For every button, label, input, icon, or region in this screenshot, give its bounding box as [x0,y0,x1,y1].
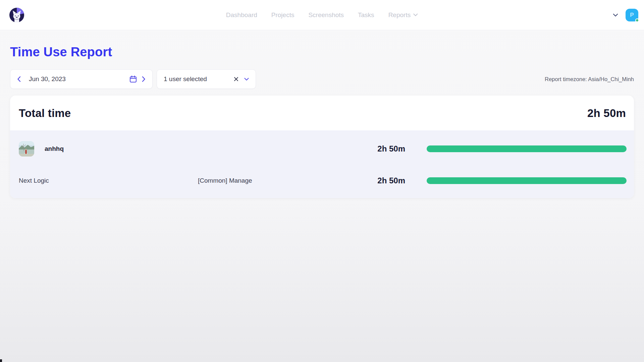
screen-corner-artifact [0,359,2,362]
user-name: anhhq [45,145,64,153]
calendar-icon [129,75,137,83]
report-timezone-label: Report timezone: Asia/Ho_Chi_Minh [545,76,634,82]
project-info: Next Logic [Common] Manage [19,177,355,184]
total-time-label: Total time [19,107,71,120]
nav-projects[interactable]: Projects [271,11,294,19]
user-filter-dropdown-button[interactable] [243,76,250,82]
next-day-button[interactable] [141,75,147,83]
date-picker: Jun 30, 2023 [10,69,153,89]
online-status-dot [635,18,639,22]
nav-dashboard[interactable]: Dashboard [226,11,257,19]
filter-bar: Jun 30, 2023 1 user selected Report tim [10,69,634,89]
chevron-down-icon [244,78,249,81]
avatar-initial: P [630,12,634,18]
nav-reports[interactable]: Reports [388,11,418,19]
close-icon [233,76,239,82]
chevron-left-icon [17,76,21,82]
time-bar [427,145,627,152]
user-filter-select[interactable]: 1 user selected [157,69,256,89]
chevron-down-icon [413,13,418,16]
nav-tasks[interactable]: Tasks [358,11,374,19]
prev-day-button[interactable] [16,75,22,83]
user-avatar[interactable]: P [626,9,638,21]
chevron-right-icon [142,76,146,82]
time-bar-track [427,177,627,184]
task-name: [Common] Manage [198,177,355,184]
app-logo-icon[interactable] [9,8,24,22]
card-header: Total time 2h 50m [10,96,634,130]
date-value[interactable]: Jun 30, 2023 [29,75,128,83]
top-navbar: Dashboard Projects Screenshots Tasks Rep… [0,0,644,30]
nav-screenshots[interactable]: Screenshots [308,11,344,19]
nav-screenshots-label: Screenshots [308,11,344,19]
main-nav: Dashboard Projects Screenshots Tasks Rep… [226,11,418,19]
page-content: Time Use Report Jun 30, 2023 1 user sele… [0,45,644,198]
account-menu-chevron-icon[interactable] [613,13,618,17]
user-photo-avatar [19,141,34,157]
user-filter-value: 1 user selected [164,75,232,83]
total-time-value: 2h 50m [587,107,626,120]
clear-user-filter-button[interactable] [232,75,240,83]
project-bar-cell [405,177,627,184]
page-title: Time Use Report [10,45,634,59]
user-time-value: 2h 50m [355,144,405,154]
nav-projects-label: Projects [271,11,294,19]
nav-tasks-label: Tasks [358,11,374,19]
total-time-card: Total time 2h 50m [10,96,634,198]
project-time-value: 2h 50m [355,176,405,185]
user-info: anhhq [19,141,355,157]
project-name: Next Logic [19,177,198,184]
navbar-right: P [613,9,638,21]
nav-dashboard-label: Dashboard [226,11,257,19]
nav-reports-label: Reports [388,11,411,19]
table-row: anhhq 2h 50m [19,141,627,157]
time-bar [427,177,627,184]
user-bar-cell [405,145,627,152]
card-body: anhhq 2h 50m Next Logic [Common] Manage … [10,130,634,198]
time-bar-track [427,145,627,152]
calendar-button[interactable] [128,74,139,84]
table-row: Next Logic [Common] Manage 2h 50m [19,176,627,185]
